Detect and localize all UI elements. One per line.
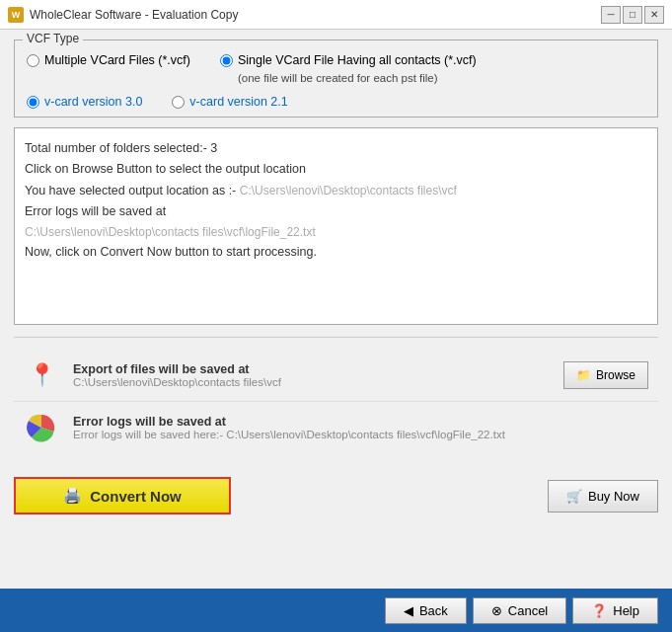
cancel-label: Cancel	[508, 603, 548, 618]
info-section: 📍 Export of files will be saved at C:\Us…	[14, 346, 658, 457]
convert-now-label: Convert Now	[90, 488, 182, 505]
vcf-options-row: Multiple VCard Files (*.vcf) Single VCar…	[27, 52, 645, 87]
browse-button[interactable]: 📁 Browse	[563, 361, 648, 389]
error-row: Error logs will be saved at Error logs w…	[14, 402, 658, 453]
back-button[interactable]: ◀ Back	[385, 597, 467, 624]
help-button[interactable]: ❓ Help	[572, 597, 658, 624]
error-info-text: Error logs will be saved at Error logs w…	[73, 415, 648, 440]
error-icon	[24, 410, 59, 445]
export-icon: 📍	[24, 357, 59, 393]
app-icon: W	[8, 7, 24, 23]
single-vcf-option[interactable]: Single VCard File Having all contacts (*…	[220, 52, 477, 87]
divider	[14, 337, 658, 338]
log-area: Total number of folders selected:- 3 Cli…	[14, 127, 658, 325]
convert-icon: 🖨️	[63, 487, 82, 505]
pie-chart-icon	[27, 413, 56, 442]
convert-row: 🖨️ Convert Now 🛒 Buy Now	[0, 467, 672, 524]
title-bar-left: W WholeClear Software - Evaluation Copy	[8, 7, 238, 23]
error-label: Error logs will be saved at	[73, 415, 648, 429]
version-2-radio[interactable]	[172, 96, 185, 109]
minimize-button[interactable]: ─	[601, 6, 621, 24]
browse-label: Browse	[596, 368, 635, 382]
vcf-type-legend: VCF Type	[23, 32, 83, 45]
log-line-4-path: C:\Users\lenovi\Desktop\contacts files\v…	[25, 222, 647, 242]
multiple-vcf-radio[interactable]	[27, 54, 39, 67]
log-line-2: Click on Browse Button to select the out…	[25, 159, 647, 180]
browse-folder-icon: 📁	[576, 368, 591, 382]
log-line-4: Error logs will be saved at	[25, 201, 647, 222]
version-3-radio[interactable]	[27, 96, 39, 109]
maximize-button[interactable]: □	[623, 6, 642, 24]
convert-now-button[interactable]: 🖨️ Convert Now	[14, 477, 231, 514]
buy-now-label: Buy Now	[588, 489, 639, 504]
help-icon: ❓	[591, 603, 607, 618]
bottom-bar: ◀ Back ⊗ Cancel ❓ Help	[0, 589, 672, 632]
vcf-type-group: VCF Type Multiple VCard Files (*.vcf) Si…	[14, 40, 658, 118]
back-icon: ◀	[404, 603, 413, 618]
export-label: Export of files will be saved at	[73, 362, 550, 376]
log-line-1: Total number of folders selected:- 3	[25, 138, 647, 159]
help-label: Help	[613, 603, 639, 618]
export-row: 📍 Export of files will be saved at C:\Us…	[14, 350, 658, 402]
close-button[interactable]: ✕	[644, 6, 664, 24]
log-line-5: Now, click on Convert Now button to star…	[25, 242, 647, 263]
title-bar-title: WholeClear Software - Evaluation Copy	[30, 8, 238, 22]
cancel-button[interactable]: ⊗ Cancel	[473, 597, 566, 624]
main-window: VCF Type Multiple VCard Files (*.vcf) Si…	[0, 30, 672, 467]
export-info-text: Export of files will be saved at C:\User…	[73, 362, 550, 388]
vcf-version-row: v-card version 3.0 v-card version 2.1	[27, 95, 645, 109]
title-bar-controls: ─ □ ✕	[601, 6, 664, 24]
multiple-vcf-option[interactable]: Multiple VCard Files (*.vcf)	[27, 52, 190, 70]
log-line-3: You have selected output location as :- …	[25, 181, 647, 201]
version-3-label: v-card version 3.0	[44, 95, 142, 109]
version-2-label: v-card version 2.1	[189, 95, 287, 109]
cancel-icon: ⊗	[491, 603, 502, 618]
export-path: C:\Users\lenovi\Desktop\contacts files\v…	[73, 376, 550, 388]
pin-icon: 📍	[29, 362, 55, 388]
back-label: Back	[419, 603, 448, 618]
title-bar: W WholeClear Software - Evaluation Copy …	[0, 0, 672, 30]
version-3-option[interactable]: v-card version 3.0	[27, 95, 142, 109]
multiple-vcf-label: Multiple VCard Files (*.vcf)	[44, 52, 190, 70]
buy-now-button[interactable]: 🛒 Buy Now	[548, 480, 658, 513]
single-vcf-radio[interactable]	[220, 54, 233, 67]
version-2-option[interactable]: v-card version 2.1	[172, 95, 287, 109]
error-path: Error logs will be saved here:- C:\Users…	[73, 429, 648, 440]
single-vcf-label: Single VCard File Having all contacts (*…	[238, 52, 477, 87]
cart-icon: 🛒	[566, 489, 582, 504]
